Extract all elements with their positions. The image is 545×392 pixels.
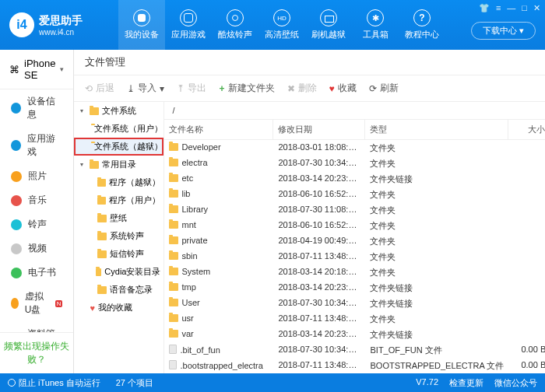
shirt-icon[interactable]: 👕	[479, 3, 490, 13]
tree-item-6[interactable]: 壁纸	[74, 209, 164, 227]
tree-item-4[interactable]: 程序（越狱）	[74, 173, 164, 191]
toolbar: ⟲后退 ⤓导入 ▾ ⤒导出 +新建文件夹 ✖删除 ♥收藏 ⟳刷新	[74, 75, 545, 102]
tree-item-10[interactable]: 语音备忘录	[74, 281, 164, 299]
table-row[interactable]: .bootstrapped_electra2018-07-11 13:48:…B…	[164, 358, 545, 373]
device-selector[interactable]: ⌘ iPhone SE	[0, 50, 73, 89]
folder-icon	[169, 236, 178, 244]
folder-icon	[97, 197, 106, 205]
path[interactable]: /	[164, 102, 545, 120]
tree-item-0[interactable]: ▾文件系统	[74, 102, 164, 120]
tab-3[interactable]: 高清壁纸	[258, 0, 305, 50]
table-row[interactable]: Developer2018-03-01 18:08:…文件夹	[164, 140, 545, 156]
tab-label: 工具箱	[363, 29, 389, 40]
folder-icon	[169, 330, 178, 338]
menu-icon[interactable]: ≡	[496, 3, 501, 13]
box-icon	[320, 9, 337, 26]
col-name[interactable]: 文件名称	[164, 120, 273, 139]
tab-4[interactable]: 刷机越狱	[305, 0, 352, 50]
tree-label: 程序（越狱）	[109, 177, 160, 188]
folder-icon	[97, 286, 107, 294]
tree-item-5[interactable]: 程序（用户）	[74, 191, 164, 209]
col-date[interactable]: 修改日期	[273, 120, 365, 139]
import-button[interactable]: ⤓导入 ▾	[127, 82, 164, 95]
expand-icon: ▾	[80, 107, 86, 114]
folder-icon	[169, 190, 178, 198]
tree-label: 文件系统（越狱）	[94, 141, 163, 152]
minimize-icon[interactable]: —	[507, 3, 515, 13]
sidebar-label: 应用游戏	[27, 132, 62, 159]
tree-item-11[interactable]: ♥我的收藏	[74, 299, 164, 317]
col-type[interactable]: 类型	[365, 120, 508, 139]
brand-url: www.i4.cn	[39, 28, 83, 37]
export-button[interactable]: ⤒导出	[177, 82, 206, 95]
tab-1[interactable]: 应用游戏	[165, 0, 212, 50]
tree-label: 我的收藏	[98, 302, 132, 313]
table-row[interactable]: sbin2018-07-11 13:48:…文件夹	[164, 249, 545, 264]
table-body: Developer2018-03-01 18:08:…文件夹electra201…	[164, 140, 545, 373]
tree-item-7[interactable]: 系统铃声	[74, 227, 164, 245]
sidebar-item-5[interactable]: 视频	[0, 236, 73, 261]
brand: i4 爱思助手 www.i4.cn	[0, 0, 118, 50]
download-center-button[interactable]: 下载中心 ▾	[471, 22, 536, 40]
tree-label: 常用目录	[102, 159, 136, 170]
help-link[interactable]: 频繁出现操作失败？	[0, 332, 73, 373]
sidebar-item-6[interactable]: 电子书	[0, 261, 73, 285]
tree-item-3[interactable]: ▾常用目录	[74, 156, 164, 173]
help-icon	[413, 9, 431, 26]
sidebar-item-3[interactable]: 音乐	[0, 188, 73, 212]
folder-icon	[169, 174, 178, 182]
tab-6[interactable]: 教程中心	[399, 0, 445, 50]
tab-5[interactable]: 工具箱	[352, 0, 399, 50]
folder-icon	[97, 250, 107, 258]
tool-icon	[367, 9, 384, 26]
table-row[interactable]: System2018-03-14 20:18:…文件夹	[164, 264, 545, 280]
col-size[interactable]: 大小	[508, 120, 545, 139]
favorite-button[interactable]: ♥收藏	[329, 82, 357, 95]
check-update-button[interactable]: 检查更新	[449, 377, 483, 389]
sidebar-item-4[interactable]: 铃声	[0, 212, 73, 236]
refresh-button[interactable]: ⟳刷新	[369, 82, 399, 95]
tab-0[interactable]: 我的设备	[118, 0, 165, 50]
tab-2[interactable]: 酷炫铃声	[212, 0, 258, 50]
tree-item-9[interactable]: Cydia安装目录	[74, 263, 164, 281]
table-row[interactable]: usr2018-07-11 13:48:…文件夹	[164, 311, 545, 327]
folder-icon	[169, 314, 178, 322]
tree-item-8[interactable]: 短信铃声	[74, 245, 164, 263]
sidebar-item-2[interactable]: 照片	[0, 164, 73, 188]
tree-label: 文件系统	[102, 105, 136, 117]
table-row[interactable]: var2018-03-14 20:23:…文件夹链接	[164, 327, 545, 342]
maximize-icon[interactable]: □	[522, 3, 527, 13]
table-row[interactable]: electra2018-07-30 10:34:…文件夹	[164, 156, 545, 171]
table-header: 文件名称 修改日期 类型 大小	[164, 120, 545, 140]
tree-item-2[interactable]: 文件系统（越狱）	[74, 138, 164, 156]
table-row[interactable]: User2018-07-30 10:34:…文件夹链接	[164, 296, 545, 311]
table-row[interactable]: Library2018-07-30 11:08:…文件夹	[164, 202, 545, 218]
sidebar-item-1[interactable]: 应用游戏	[0, 127, 73, 164]
folder-icon	[97, 215, 107, 222]
table-row[interactable]: private2018-04-19 00:49:…文件夹	[164, 233, 545, 249]
sidebar-item-7[interactable]: 虚拟U盘 N	[0, 285, 73, 322]
tree-item-1[interactable]: 文件系统（用户）	[74, 120, 164, 138]
delete-button[interactable]: ✖删除	[287, 82, 317, 95]
folder-icon	[169, 221, 178, 229]
table-row[interactable]: etc2018-03-14 20:23:…文件夹链接	[164, 171, 545, 187]
folder-icon	[90, 161, 99, 169]
refresh-icon: ⟳	[369, 83, 377, 94]
table-row[interactable]: mnt2018-06-10 16:52:…文件夹	[164, 218, 545, 233]
item-count: 27 个项目	[116, 377, 153, 389]
table-row[interactable]: tmp2018-03-14 20:23:…文件夹链接	[164, 280, 545, 296]
itunes-block-toggle[interactable]: 阻止 iTunes 自动运行	[8, 377, 100, 389]
sidebar-item-8[interactable]: 资料管理	[0, 322, 73, 332]
app-header: i4 爱思助手 www.i4.cn 我的设备应用游戏酷炫铃声高清壁纸刷机越狱工具…	[0, 0, 545, 50]
ring-icon	[227, 9, 244, 26]
wechat-button[interactable]: 微信公众号	[494, 377, 537, 389]
table-row[interactable]: .bit_of_fun2018-07-30 10:34:…BIT_OF_FUN …	[164, 342, 545, 358]
tree-label: 文件系统（用户）	[94, 123, 163, 135]
sidebar-icon	[11, 140, 21, 151]
new-folder-button[interactable]: +新建文件夹	[219, 82, 274, 95]
back-button[interactable]: ⟲后退	[85, 82, 114, 95]
sidebar-item-0[interactable]: 设备信息	[0, 89, 73, 127]
table-row[interactable]: lib2018-06-10 16:52:…文件夹	[164, 187, 545, 202]
tree-label: 短信铃声	[110, 248, 144, 260]
close-icon[interactable]: ✕	[533, 3, 540, 13]
